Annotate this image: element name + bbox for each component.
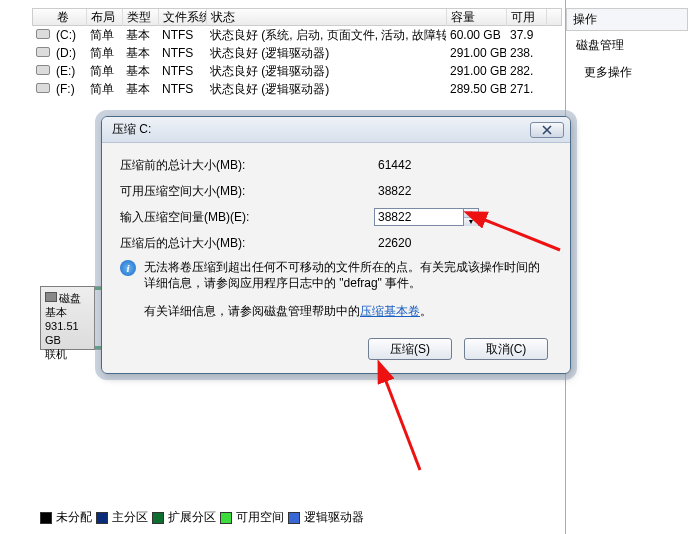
swatch-logical-icon xyxy=(288,512,300,524)
value-total-before: 61442 xyxy=(374,156,464,174)
shrink-button[interactable]: 压缩(S) xyxy=(368,338,452,360)
legend-label: 可用空间 xyxy=(236,509,284,526)
table-row[interactable]: (E:) 简单 基本 NTFS 状态良好 (逻辑驱动器) 291.00 GB 2… xyxy=(32,62,562,80)
cell: 基本 xyxy=(122,27,158,44)
spin-down-icon[interactable]: ▼ xyxy=(464,218,478,226)
cell: 60.00 GB xyxy=(446,28,506,42)
actions-item-more[interactable]: 更多操作 xyxy=(566,60,692,85)
dialog-body: 压缩前的总计大小(MB): 61442 可用压缩空间大小(MB): 38822 … xyxy=(102,143,570,370)
info-text: 无法将卷压缩到超出任何不可移动的文件所在的点。有关完成该操作时间的 xyxy=(144,259,540,275)
col-free[interactable]: 可用 xyxy=(507,9,547,26)
cell: (F:) xyxy=(52,82,86,96)
cell: 基本 xyxy=(122,63,158,80)
label-total-before: 压缩前的总计大小(MB): xyxy=(120,157,374,174)
help-link[interactable]: 压缩基本卷 xyxy=(360,304,420,318)
close-button[interactable] xyxy=(530,122,564,138)
col-vol[interactable]: 卷 xyxy=(53,9,87,26)
col-lay[interactable]: 布局 xyxy=(87,9,123,26)
shrink-amount-input[interactable] xyxy=(374,208,464,226)
shrink-dialog: 压缩 C: 压缩前的总计大小(MB): 61442 可用压缩空间大小(MB): … xyxy=(101,116,571,374)
legend: 未分配 主分区 扩展分区 可用空间 逻辑驱动器 xyxy=(40,509,364,526)
cell: NTFS xyxy=(158,64,206,78)
info-link-row: 有关详细信息，请参阅磁盘管理帮助中的压缩基本卷。 xyxy=(120,303,552,320)
swatch-unalloc-icon xyxy=(40,512,52,524)
actions-panel: 操作 磁盘管理 更多操作 xyxy=(566,0,692,534)
disk-info: 磁盘 基本 931.51 GB 联机 xyxy=(41,287,95,349)
drive-icon xyxy=(36,83,50,93)
cell: NTFS xyxy=(158,28,206,42)
legend-label: 逻辑驱动器 xyxy=(304,509,364,526)
cell: NTFS xyxy=(158,46,206,60)
cell: (D:) xyxy=(52,46,86,60)
legend-label: 主分区 xyxy=(112,509,148,526)
value-total-after: 22620 xyxy=(374,234,464,252)
legend-label: 扩展分区 xyxy=(168,509,216,526)
swatch-primary-icon xyxy=(96,512,108,524)
disk-label: 磁盘 xyxy=(59,292,81,304)
cell: 291.00 GB xyxy=(446,46,506,60)
drive-icon xyxy=(36,47,50,57)
cell: 简单 xyxy=(86,45,122,62)
spin-up-icon[interactable]: ▲ xyxy=(464,209,478,218)
swatch-extended-icon xyxy=(152,512,164,524)
table-row[interactable]: (C:) 简单 基本 NTFS 状态良好 (系统, 启动, 页面文件, 活动, … xyxy=(32,26,562,44)
info-icon: i xyxy=(120,260,136,276)
cell: 状态良好 (系统, 启动, 页面文件, 活动, 故障转储, 主分区) xyxy=(206,27,446,44)
actions-header: 操作 xyxy=(566,8,688,31)
info-text: 详细信息，请参阅应用程序日志中的 "defrag" 事件。 xyxy=(144,275,540,291)
cell: 简单 xyxy=(86,27,122,44)
cell: 289.50 GB xyxy=(446,82,506,96)
volumes-table: 卷 布局 类型 文件系统 状态 容量 可用 (C:) 简单 基本 NTFS 状态… xyxy=(32,8,562,98)
drive-icon xyxy=(36,29,50,39)
col-stat[interactable]: 状态 xyxy=(207,9,447,26)
legend-label: 未分配 xyxy=(56,509,92,526)
col-fs[interactable]: 文件系统 xyxy=(159,9,207,26)
cell: 状态良好 (逻辑驱动器) xyxy=(206,81,446,98)
actions-item-disk-mgmt[interactable]: 磁盘管理 xyxy=(566,31,692,60)
cell: 状态良好 (逻辑驱动器) xyxy=(206,63,446,80)
info-text: 有关详细信息，请参阅磁盘管理帮助中的 xyxy=(144,304,360,318)
table-row[interactable]: (F:) 简单 基本 NTFS 状态良好 (逻辑驱动器) 289.50 GB 2… xyxy=(32,80,562,98)
cell: 291.00 GB xyxy=(446,64,506,78)
drive-icon xyxy=(36,65,50,75)
dialog-titlebar[interactable]: 压缩 C: xyxy=(102,117,570,143)
disk-size: 931.51 GB xyxy=(45,319,90,347)
cell: 282. xyxy=(506,64,546,78)
cell: (C:) xyxy=(52,28,86,42)
table-header: 卷 布局 类型 文件系统 状态 容量 可用 xyxy=(32,8,562,26)
label-shrink-amount: 输入压缩空间量(MB)(E): xyxy=(120,209,374,226)
cancel-button[interactable]: 取消(C) xyxy=(464,338,548,360)
cell: 基本 xyxy=(122,45,158,62)
info-note: i 无法将卷压缩到超出任何不可移动的文件所在的点。有关完成该操作时间的 详细信息… xyxy=(120,259,552,291)
cell: 238. xyxy=(506,46,546,60)
disk-type: 基本 xyxy=(45,305,90,319)
disk-icon xyxy=(45,292,57,302)
cell: 271. xyxy=(506,82,546,96)
disk-status: 联机 xyxy=(45,347,90,361)
swatch-free-icon xyxy=(220,512,232,524)
label-total-after: 压缩后的总计大小(MB): xyxy=(120,235,374,252)
cell: 基本 xyxy=(122,81,158,98)
value-available: 38822 xyxy=(374,182,464,200)
cell: 简单 xyxy=(86,81,122,98)
cell: 状态良好 (逻辑驱动器) xyxy=(206,45,446,62)
label-available: 可用压缩空间大小(MB): xyxy=(120,183,374,200)
col-type[interactable]: 类型 xyxy=(123,9,159,26)
close-icon xyxy=(541,125,553,135)
info-text: 。 xyxy=(420,304,432,318)
cell: (E:) xyxy=(52,64,86,78)
cell: NTFS xyxy=(158,82,206,96)
spin-control[interactable]: ▲ ▼ xyxy=(464,208,479,226)
dialog-title: 压缩 C: xyxy=(112,121,530,138)
table-row[interactable]: (D:) 简单 基本 NTFS 状态良好 (逻辑驱动器) 291.00 GB 2… xyxy=(32,44,562,62)
col-cap[interactable]: 容量 xyxy=(447,9,507,26)
cell: 37.9 xyxy=(506,28,546,42)
cell: 简单 xyxy=(86,63,122,80)
